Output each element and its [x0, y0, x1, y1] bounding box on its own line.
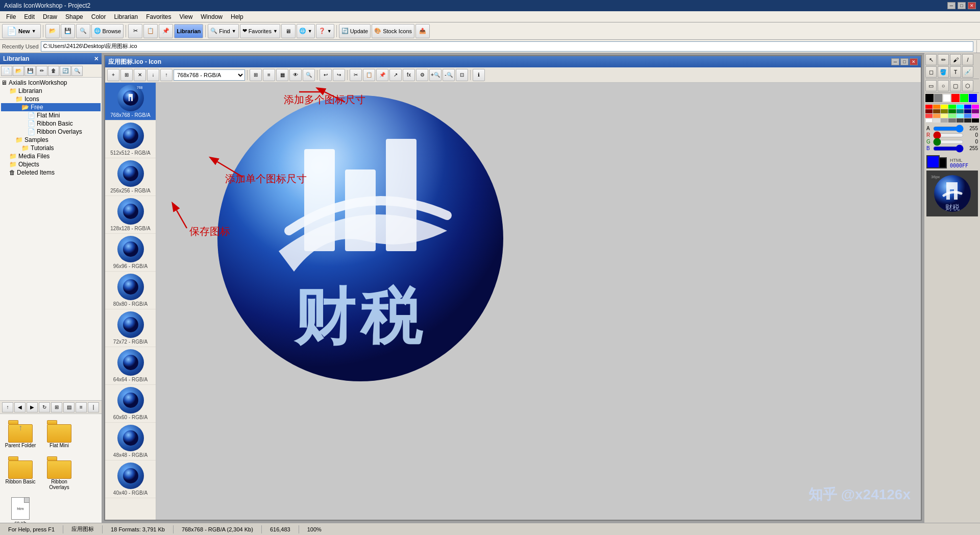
- icon-item-flat-mini[interactable]: Flat Mini: [41, 416, 78, 450]
- menu-edit[interactable]: Edit: [20, 12, 39, 21]
- lib-new-btn[interactable]: 📄: [1, 66, 12, 76]
- size-entry-80[interactable]: 80x80 - RGB/A: [105, 272, 156, 309]
- doc-settings-btn[interactable]: ⚙: [416, 69, 428, 81]
- color-green[interactable]: [960, 94, 968, 102]
- pal-magenta[interactable]: [972, 105, 979, 109]
- tree-item-media-files[interactable]: 📁 Media Files: [1, 152, 101, 160]
- lib-save-btn[interactable]: 💾: [24, 66, 36, 76]
- doc-copy-btn[interactable]: 📋: [363, 69, 375, 81]
- doc-fx-btn[interactable]: fx: [403, 69, 415, 81]
- pal-o2[interactable]: [933, 114, 940, 118]
- update-button[interactable]: 🔄 Update: [339, 24, 371, 38]
- menu-view[interactable]: View: [176, 12, 197, 21]
- maximize-button[interactable]: □: [958, 2, 966, 9]
- doc-restore-btn[interactable]: □: [900, 58, 909, 65]
- doc-zoom-in-btn[interactable]: +🔍: [429, 69, 442, 81]
- pal-c2[interactable]: [957, 114, 964, 118]
- favorites-button[interactable]: ❤ Favorites ▼: [240, 24, 280, 38]
- tree-item-ribbon-overlays[interactable]: 📄 Ribbon Overlays: [1, 128, 101, 136]
- color-gray[interactable]: [934, 94, 942, 102]
- pal-g2[interactable]: [948, 114, 955, 118]
- menu-color[interactable]: Color: [87, 12, 110, 21]
- menu-shape[interactable]: Shape: [61, 12, 87, 21]
- tool-fill[interactable]: 🪣: [938, 66, 949, 78]
- size-entry-128[interactable]: 128x128 - RGB/A: [105, 196, 156, 234]
- size-entry-60[interactable]: 60x60 - RGB/A: [105, 385, 156, 423]
- pal-brown[interactable]: [933, 109, 940, 113]
- pal-m2[interactable]: [972, 114, 979, 118]
- tree-item-flat-mini[interactable]: 📄 Flat Mini: [1, 111, 101, 119]
- globe-button[interactable]: 🌐▼: [297, 24, 315, 38]
- stock-icons-button[interactable]: 🎨 Stock Icons: [372, 24, 414, 38]
- doc-delete-size-btn[interactable]: ✕: [134, 69, 146, 81]
- tool-eraser[interactable]: ◻: [925, 66, 937, 78]
- size-entry-72[interactable]: 72x72 - RGB/A: [105, 309, 156, 347]
- doc-minimize-btn[interactable]: ─: [891, 58, 899, 65]
- lib-edit-btn[interactable]: ✏: [36, 66, 47, 76]
- pal-mgray[interactable]: [941, 118, 948, 123]
- pal-white[interactable]: [925, 118, 933, 123]
- doc-add-size-btn[interactable]: +: [107, 69, 119, 81]
- size-entry-768[interactable]: 768 768x768 - RGB/A: [105, 83, 156, 120]
- pal-darkred[interactable]: [925, 109, 933, 113]
- copy-button[interactable]: 📋: [143, 24, 158, 38]
- properties-button[interactable]: 🔍: [76, 24, 90, 38]
- iview-btn-5[interactable]: ⊞: [51, 402, 62, 412]
- librarian-close-button[interactable]: ✕: [94, 56, 99, 62]
- menu-help[interactable]: Help: [227, 12, 248, 21]
- menu-draw[interactable]: Draw: [39, 12, 61, 21]
- doc-grid-btn[interactable]: ⊞: [250, 69, 262, 81]
- menu-favorites[interactable]: Favorites: [142, 12, 175, 21]
- close-button[interactable]: ✕: [968, 2, 976, 9]
- pal-lime[interactable]: [948, 105, 955, 109]
- doc-cut-btn[interactable]: ✂: [350, 69, 362, 81]
- pal-y2[interactable]: [941, 114, 948, 118]
- icon-item-parent-folder[interactable]: ↑ Parent Folder: [2, 416, 39, 450]
- fg-swatch[interactable]: [926, 155, 940, 168]
- alpha-slider[interactable]: [933, 126, 964, 131]
- browse-button[interactable]: 🌐 Browse: [91, 24, 124, 38]
- doc-export2-btn[interactable]: ↗: [389, 69, 402, 81]
- tool-rounded-rect[interactable]: ▢: [950, 80, 961, 91]
- doc-list-btn[interactable]: ≡: [263, 69, 275, 81]
- pal-b2[interactable]: [964, 114, 971, 118]
- path-input[interactable]: [41, 41, 973, 52]
- tree-item-objects[interactable]: 📁 Objects: [1, 160, 101, 168]
- pal-teal[interactable]: [957, 109, 964, 113]
- doc-paste-btn[interactable]: 📌: [376, 69, 388, 81]
- lib-open-btn[interactable]: 📂: [13, 66, 24, 76]
- tool-pen[interactable]: ✏: [938, 54, 949, 65]
- iview-btn-4[interactable]: ↻: [39, 402, 50, 412]
- iview-btn-7[interactable]: ≡: [76, 402, 87, 412]
- pal-darkgray[interactable]: [964, 118, 971, 123]
- doc-view3-btn[interactable]: ▦: [276, 69, 288, 81]
- find-button[interactable]: 🔍 Find ▼: [208, 24, 238, 38]
- tool-brush[interactable]: 🖌: [950, 54, 961, 65]
- doc-zoom-out-btn[interactable]: -🔍: [443, 69, 455, 81]
- pal-r2[interactable]: [925, 114, 933, 118]
- red-slider[interactable]: [933, 133, 964, 138]
- size-entry-40[interactable]: 40x40 - RGB/A: [105, 460, 156, 498]
- tool-circle[interactable]: ○: [938, 80, 949, 91]
- lib-refresh-btn[interactable]: 🔄: [60, 66, 71, 76]
- tree-item-deleted-items[interactable]: 🗑 Deleted Items: [1, 168, 101, 177]
- iview-btn-6[interactable]: ▤: [63, 402, 75, 412]
- pal-lgray[interactable]: [933, 118, 940, 123]
- paste-button[interactable]: 📌: [159, 24, 173, 38]
- size-entry-96[interactable]: 96x96 - RGB/A: [105, 234, 156, 272]
- open-button[interactable]: 📂: [45, 24, 60, 38]
- pal-blue[interactable]: [964, 105, 971, 109]
- icon-item-ribbon-overlays[interactable]: Ribbon Overlays: [41, 452, 78, 492]
- size-entry-512[interactable]: 512x512 - RGB/A: [105, 120, 156, 158]
- pal-navy[interactable]: [964, 109, 971, 113]
- save-button[interactable]: 💾: [61, 24, 75, 38]
- color-red[interactable]: [951, 94, 960, 102]
- tree-item-icons[interactable]: 📁 Icons: [1, 95, 101, 103]
- tool-poly[interactable]: ⬡: [962, 80, 973, 91]
- color-black[interactable]: [925, 94, 934, 102]
- menu-librarian[interactable]: Librarian: [110, 12, 142, 21]
- tool-eyedrop[interactable]: 💉: [962, 66, 973, 78]
- pal-olive[interactable]: [941, 109, 948, 113]
- blue-slider[interactable]: [933, 146, 964, 151]
- pal-darkgreen[interactable]: [948, 109, 955, 113]
